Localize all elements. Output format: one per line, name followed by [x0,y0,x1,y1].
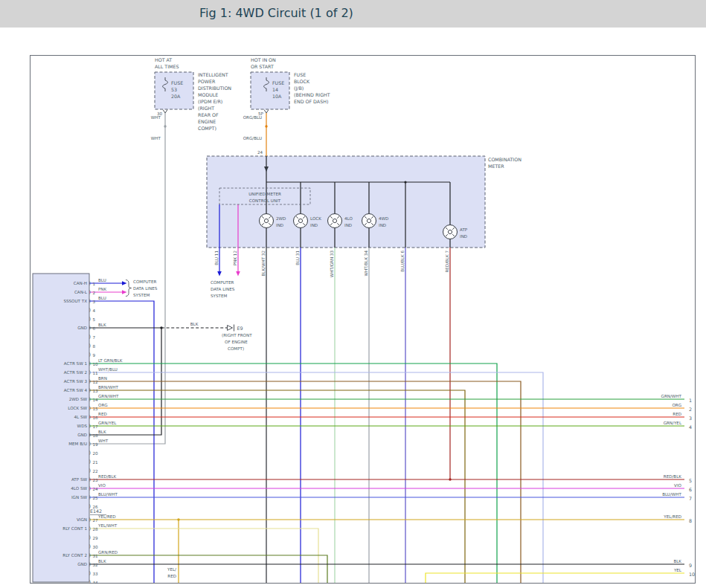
wire-color-label: BLK [98,323,106,327]
pin-number: 14 [93,398,99,402]
unified-meter-label-2: CONTROL UNIT [249,198,281,203]
indicator-lamp [328,214,342,228]
fuse2-amps: 10A [272,94,282,99]
jb-line: END OF DASH) [294,99,328,104]
pin-number: 31 [93,554,99,558]
continuation-number: 6 [689,487,692,492]
indicator-lamp [443,225,458,239]
pin-bracket: ) [89,289,91,294]
pin-bracket: ) [89,450,91,455]
continuation-number: 9 [689,563,692,568]
pin-bracket: ) [89,468,91,473]
jb-line: (BEHIND RIGHT [294,92,330,97]
indicator-lamp [294,214,308,228]
pin-bracket: ) [89,517,91,522]
pin-bracket: ) [89,369,91,375]
fuse2-box [251,72,289,109]
fuse2-number: 14 [272,87,278,92]
pin-bracket: ) [89,552,91,558]
pin-signal-label: 4L SW [74,415,87,419]
ipdm-line: (RIGHT [198,106,214,111]
lamp-label: ATP [460,227,468,232]
junction-dot-wht [164,125,166,127]
pin-number: 21 [93,460,99,465]
wire-color-label: RED/BLK [664,474,682,479]
continuation-number: 7 [689,496,692,501]
lamp-label: IND [276,223,283,227]
pin-number: 10 [93,362,99,366]
wire-color-label: BRN [98,376,107,381]
pin-number: 33 [93,572,99,576]
pin-bracket: ) [89,485,91,491]
junction-dot-vign [177,518,179,520]
data-lines-label: DATA LINES [211,287,235,291]
meter-pin-label: WHT/GRN 33 [330,251,334,278]
pin-number: 32 [93,563,98,567]
diagram-border [31,56,696,584]
wire-color-label: YEL/RED [663,514,681,519]
fuse2-hot-label-2: OR START [251,64,274,69]
pin-bracket: ) [89,459,91,464]
wire-color-label: GRN/WHT [661,394,682,398]
wiring-diagram: HOT AT ALL TIMES FUSE 53 20A 30 WHT WHT … [30,55,696,584]
junction-dot-gnd [160,326,162,329]
meter-pin-label: RED/BLK 7 [445,251,449,273]
e9-location-line: OF ENGINE [225,340,248,344]
pin-signal-label: ACTR SW 2 [64,370,87,375]
pin-bracket: ) [89,476,91,482]
continuation-number: 1 [689,398,692,403]
fuse1-hot-label-1: HOT AT [155,57,172,62]
meter-entry-pin: 24 [257,150,263,155]
wire-color-label: BLK [673,559,681,563]
pin-signal-label: SSSOUT TX [63,299,87,303]
lamp-label: 4LO [344,216,353,221]
pin-bracket: ) [89,494,91,500]
pin-signal-label: WDS [77,424,88,428]
pin-bracket: ) [89,387,91,392]
e9-location-line: (RIGHT FRONT [222,333,252,337]
wire-color-label: GRN/YEL [98,421,117,425]
figure-title: Fig 1: 4WD Circuit (1 of 2) [199,6,353,20]
ipdm-line: DISTRIBUTION [198,85,231,91]
pin-bracket: ) [89,280,91,285]
ipdm-line: MODULE [198,92,218,97]
wire-color-label: BLU/WHT [662,492,681,497]
wire-color-label: YEL/WHT [97,523,118,528]
pin-bracket: ) [89,534,91,540]
pin-number: 27 [93,518,99,523]
pin-number: 15 [93,407,99,411]
wire-color-label: GRN/RED [98,550,118,555]
branch-wire-label-2: RED [167,574,176,578]
wire-color-label: LT GRN/BLK [98,358,123,363]
pin-bracket: ) [89,405,91,410]
pin-bracket: ) [89,414,91,419]
wire-color-label: RED [673,412,681,416]
pin-signal-label: RLY CONT 1 [62,526,87,531]
continuation-number: 8 [689,518,692,523]
lamp-label: IND [460,234,467,239]
pin-bracket: ) [89,352,91,357]
pin-number: 28 [93,527,99,532]
pin-signal-label: 2WD SW [69,397,88,401]
orgblu-wire-label-2: ORG/BLU [243,136,262,140]
pin-number: 12 [93,380,98,384]
ipdm-line: (IPDM E/R) [198,99,222,104]
wire-color-label: RED/BLK [98,474,117,479]
wire-color-label: BRN/WHT [98,385,119,390]
ipdm-line: POWER [198,79,216,84]
pin-bracket: ) [89,526,91,531]
pin-number: 18 [93,433,99,438]
diagram-canvas: HOT AT ALL TIMES FUSE 53 20A 30 WHT WHT … [30,55,696,584]
wire-color-label: BLU/WHT [98,492,118,497]
wire-color-label: VIO [98,483,106,488]
lamp-label: LOCK [310,216,321,221]
pin-signal-label: MEM B/U [68,442,87,446]
indicator-lamp [260,214,274,228]
fuse1-hot-label-2: ALL TIMES [155,64,179,69]
lamp-label: 4WD [379,216,388,221]
meter-pin-label: BLU/BLK 6 [400,251,405,272]
pin-number: 25 [93,496,99,500]
pin-number: 19 [93,442,99,447]
pin-signal-label: IGN SW [71,495,87,500]
wire-color-label: BLK [98,430,106,434]
